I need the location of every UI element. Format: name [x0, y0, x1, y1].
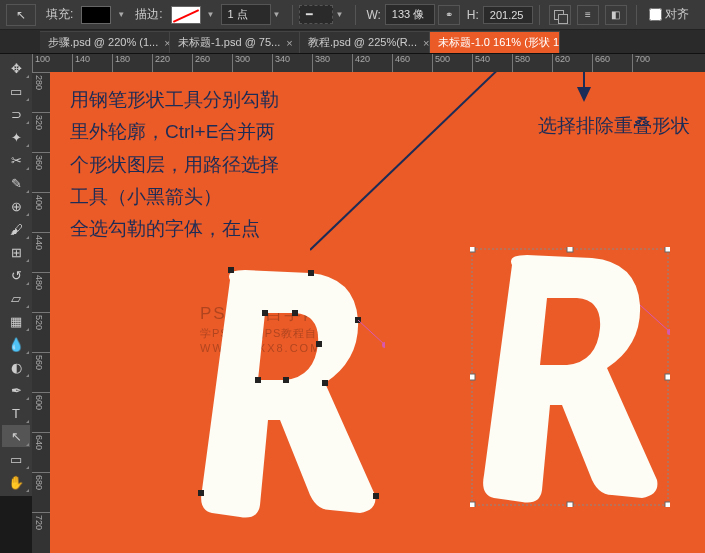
divider	[636, 5, 637, 25]
ruler-mark: 720	[32, 512, 50, 552]
ruler-mark: 580	[512, 54, 552, 72]
path-align-button[interactable]: ≡	[577, 5, 599, 25]
document-tab[interactable]: 步骤.psd @ 220% (1...×	[40, 31, 170, 53]
stroke-swatch-none[interactable]	[171, 6, 201, 24]
ruler-mark: 400	[32, 192, 50, 232]
chevron-down-icon[interactable]: ▼	[335, 10, 343, 19]
stroke-width-field[interactable]: 1 点	[221, 4, 271, 25]
ruler-mark: 260	[192, 54, 232, 72]
document-tab[interactable]: 教程.psd @ 225%(R...×	[300, 31, 430, 53]
ruler-mark: 600	[32, 392, 50, 432]
horizontal-ruler: 100 140 180 220 260 300 340 380 420 460 …	[32, 54, 705, 72]
tab-label: 教程.psd @ 225%(R...	[308, 35, 417, 50]
svg-rect-23	[470, 502, 475, 507]
tab-label: 步骤.psd @ 220% (1...	[48, 35, 158, 50]
ruler-mark: 500	[432, 54, 472, 72]
divider	[355, 5, 356, 25]
path-select-tool-icon[interactable]: ↖	[6, 4, 36, 26]
move-tool[interactable]: ✥	[2, 57, 30, 79]
svg-rect-10	[262, 310, 268, 316]
dodge-tool[interactable]: ◐	[2, 356, 30, 378]
align-checkbox-input[interactable]	[649, 8, 662, 21]
shape-tool[interactable]: ▭	[2, 448, 30, 470]
ruler-mark: 560	[32, 352, 50, 392]
path-select-tool[interactable]: ↖	[2, 425, 30, 447]
width-label: W:	[366, 8, 380, 22]
gradient-tool[interactable]: ▦	[2, 310, 30, 332]
divider	[539, 5, 540, 25]
svg-rect-14	[255, 377, 261, 383]
svg-line-15	[358, 320, 385, 345]
ruler-mark: 440	[32, 232, 50, 272]
history-brush-tool[interactable]: ↺	[2, 264, 30, 286]
svg-rect-21	[470, 374, 475, 380]
stroke-label: 描边:	[135, 6, 162, 23]
svg-rect-18	[470, 247, 475, 252]
chevron-down-icon[interactable]: ▼	[273, 10, 281, 19]
stroke-style-field[interactable]: ━	[299, 5, 333, 24]
ruler-mark: 340	[272, 54, 312, 72]
ruler-mark: 100	[32, 54, 72, 72]
link-wh-icon[interactable]: ⚭	[438, 5, 460, 25]
svg-rect-22	[665, 374, 670, 380]
tab-label: 未标题-1.0 161% (形状 10, RGB/8)	[438, 35, 560, 50]
ruler-mark: 660	[592, 54, 632, 72]
stamp-tool[interactable]: ⊞	[2, 241, 30, 263]
path-operation-button[interactable]	[549, 5, 571, 25]
height-field[interactable]: 201.25	[483, 6, 533, 24]
lasso-tool[interactable]: ⊃	[2, 103, 30, 125]
type-tool[interactable]: T	[2, 402, 30, 424]
svg-rect-20	[665, 247, 670, 252]
marquee-tool[interactable]: ▭	[2, 80, 30, 102]
brush-tool[interactable]: 🖌	[2, 218, 30, 240]
document-tab-active[interactable]: 未标题-1.0 161% (形状 10, RGB/8)	[430, 31, 560, 53]
ruler-mark: 700	[632, 54, 672, 72]
ruler-mark: 520	[32, 312, 50, 352]
chevron-down-icon[interactable]: ▼	[207, 10, 215, 19]
svg-rect-24	[567, 502, 573, 507]
annotation-line: 全选勾勒的字体，在点	[70, 213, 279, 245]
svg-rect-4	[228, 267, 234, 273]
svg-rect-8	[373, 493, 379, 499]
annotation-instructions: 用钢笔形状工具分别勾勒 里外轮廓，Ctrl+E合并两 个形状图层，用路径选择 工…	[70, 84, 279, 245]
ruler-mark: 540	[472, 54, 512, 72]
crop-tool[interactable]: ✂	[2, 149, 30, 171]
hand-tool[interactable]: ✋	[2, 471, 30, 493]
eraser-tool[interactable]: ▱	[2, 287, 30, 309]
close-icon[interactable]: ×	[286, 37, 292, 49]
align-checkbox[interactable]: 对齐	[649, 6, 689, 23]
svg-rect-19	[567, 247, 573, 252]
fill-label: 填充:	[46, 6, 73, 23]
arrow-down	[572, 72, 602, 107]
ruler-mark: 280	[32, 72, 50, 112]
ruler-mark: 180	[112, 54, 152, 72]
ruler-mark: 360	[32, 152, 50, 192]
chevron-down-icon[interactable]: ▼	[117, 10, 125, 19]
svg-line-26	[640, 305, 670, 332]
letter-r-shape-transform[interactable]	[470, 247, 670, 507]
vertical-ruler: 280 320 360 400 440 480 520 560 600 640 …	[32, 72, 50, 553]
canvas[interactable]: 用钢笔形状工具分别勾勒 里外轮廓，Ctrl+E合并两 个形状图层，用路径选择 工…	[50, 72, 705, 553]
fill-swatch[interactable]	[81, 6, 111, 24]
divider	[292, 5, 293, 25]
path-arrange-button[interactable]: ◧	[605, 5, 627, 25]
ruler-mark: 300	[232, 54, 272, 72]
svg-rect-12	[316, 341, 322, 347]
ruler-mark: 460	[392, 54, 432, 72]
document-tab[interactable]: 未标题-1.psd @ 75...×	[170, 31, 300, 53]
pen-tool[interactable]: ✒	[2, 379, 30, 401]
blur-tool[interactable]: 💧	[2, 333, 30, 355]
toolbox: ✥ ▭ ⊃ ✦ ✂ ✎ ⊕ 🖌 ⊞ ↺ ▱ ▦ 💧 ◐ ✒ T ↖ ▭ ✋	[0, 54, 32, 496]
width-field[interactable]: 133 像	[385, 4, 435, 25]
close-icon[interactable]: ×	[423, 37, 429, 49]
svg-marker-3	[577, 87, 591, 102]
annotation-line: 里外轮廓，Ctrl+E合并两	[70, 116, 279, 148]
heal-tool[interactable]: ⊕	[2, 195, 30, 217]
align-checkbox-label: 对齐	[665, 6, 689, 23]
letter-r-shape-selected[interactable]	[190, 265, 385, 525]
eyedropper-tool[interactable]: ✎	[2, 172, 30, 194]
wand-tool[interactable]: ✦	[2, 126, 30, 148]
tab-label: 未标题-1.psd @ 75...	[178, 35, 280, 50]
svg-rect-11	[292, 310, 298, 316]
options-bar: ↖ 填充: ▼ 描边: ▼ 1 点 ▼ ━ ▼ W: 133 像 ⚭ H: 20…	[0, 0, 705, 30]
